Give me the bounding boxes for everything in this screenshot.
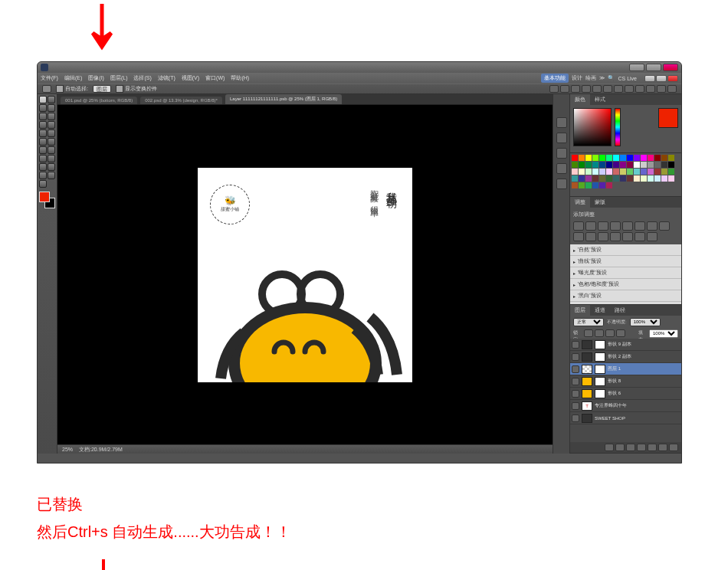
visibility-icon[interactable] xyxy=(572,341,579,349)
swatch[interactable] xyxy=(634,169,640,175)
align-icon[interactable] xyxy=(592,85,602,93)
swatch[interactable] xyxy=(641,175,647,182)
color-swatches[interactable] xyxy=(39,192,55,208)
swatch-tab[interactable]: 样式 xyxy=(590,94,610,105)
swatch[interactable] xyxy=(613,162,619,168)
menu-select[interactable]: 选择(S) xyxy=(133,74,151,82)
swatch[interactable] xyxy=(654,175,661,182)
show-transform-checkbox[interactable]: 显示变换控件 xyxy=(116,85,157,93)
selcolor-icon[interactable] xyxy=(647,232,657,241)
swatch[interactable] xyxy=(648,175,654,182)
swatch[interactable] xyxy=(613,169,619,175)
visibility-icon[interactable] xyxy=(572,414,579,422)
workspace-design[interactable]: 设计 xyxy=(572,74,582,82)
swatch[interactable] xyxy=(654,169,661,175)
swatch[interactable] xyxy=(661,162,667,168)
preset-row[interactable]: '黑白'预设 xyxy=(570,290,681,302)
layer-mask[interactable] xyxy=(595,389,605,398)
menu-view[interactable]: 视图(V) xyxy=(182,74,199,82)
menu-extras[interactable]: ≫ xyxy=(599,75,605,81)
swatch[interactable] xyxy=(599,175,605,182)
crop-tool[interactable] xyxy=(39,113,47,120)
preset-row[interactable]: '曲线'预设 xyxy=(570,256,681,267)
workspace-paint[interactable]: 绘画 xyxy=(585,74,596,82)
mixer-icon[interactable] xyxy=(585,232,596,241)
zoom-tool[interactable] xyxy=(39,180,47,188)
visibility-icon[interactable] xyxy=(572,353,579,361)
lock-pos-icon[interactable] xyxy=(605,329,615,337)
align-icon[interactable] xyxy=(549,85,559,93)
trash-icon[interactable] xyxy=(669,444,678,451)
swatch[interactable] xyxy=(620,155,626,161)
maximize-button[interactable] xyxy=(646,64,661,71)
search-icon[interactable]: 🔍 xyxy=(608,75,615,81)
swatch[interactable] xyxy=(585,175,592,182)
workspace-badge[interactable]: 基本功能 xyxy=(541,74,569,83)
swatch[interactable] xyxy=(661,169,667,175)
swatch[interactable] xyxy=(654,162,661,168)
lock-pixels-icon[interactable] xyxy=(595,329,604,337)
balance-icon[interactable] xyxy=(647,221,657,231)
layer-thumb[interactable] xyxy=(582,414,592,423)
lock-all-icon[interactable] xyxy=(616,329,625,337)
swatch[interactable] xyxy=(634,175,640,182)
swatch[interactable] xyxy=(572,162,578,168)
doc-tab[interactable]: 001.psd @ 25% (bottom, RGB/8) xyxy=(61,97,137,104)
swatch[interactable] xyxy=(592,162,598,168)
align-icon[interactable] xyxy=(571,85,580,93)
distribute-icon[interactable] xyxy=(614,85,623,93)
swatch[interactable] xyxy=(661,175,667,182)
swatch[interactable] xyxy=(668,155,674,161)
swatch[interactable] xyxy=(634,155,640,161)
swatch[interactable] xyxy=(641,169,647,175)
history-brush-tool[interactable] xyxy=(48,129,55,137)
gradient-tool[interactable] xyxy=(48,138,55,146)
swatch[interactable] xyxy=(613,175,619,182)
eraser-tool[interactable] xyxy=(39,138,47,146)
distribute-icon[interactable] xyxy=(635,85,644,93)
swatch[interactable] xyxy=(572,182,578,188)
hue-icon[interactable] xyxy=(635,221,645,231)
layer-row[interactable]: 形状 2 副本 xyxy=(570,351,681,363)
swatch[interactable] xyxy=(627,162,633,168)
paths-tab[interactable]: 路径 xyxy=(610,305,630,316)
adj-tab[interactable]: 调整 xyxy=(570,197,590,208)
layer-row[interactable]: 形状 6 xyxy=(570,388,681,400)
swatch[interactable] xyxy=(641,162,647,168)
minimize-button[interactable] xyxy=(629,64,644,71)
layers-tab[interactable]: 图层 xyxy=(570,305,590,316)
layer-thumb[interactable] xyxy=(582,389,592,398)
channels-tab[interactable]: 通道 xyxy=(590,305,610,316)
menu-file[interactable]: 文件(F) xyxy=(41,74,58,82)
adj-add-icon[interactable] xyxy=(637,444,646,451)
swatch[interactable] xyxy=(648,169,654,175)
win-max-icon[interactable] xyxy=(656,75,667,82)
swatch[interactable] xyxy=(579,175,585,182)
wand-tool[interactable] xyxy=(48,104,55,112)
gradmap-icon[interactable] xyxy=(635,232,645,241)
distribute-icon[interactable] xyxy=(667,85,677,93)
shape-tool[interactable] xyxy=(48,163,55,171)
swatch[interactable] xyxy=(585,169,592,175)
swatch[interactable] xyxy=(606,162,612,168)
swatch[interactable] xyxy=(592,155,598,161)
swatch[interactable] xyxy=(627,169,633,175)
swatch[interactable] xyxy=(579,162,585,168)
preset-row[interactable]: '曝光度'预设 xyxy=(570,267,681,279)
swatch[interactable] xyxy=(572,155,578,161)
path-tool[interactable] xyxy=(39,163,47,171)
eyedropper-tool[interactable] xyxy=(48,113,55,120)
distribute-icon[interactable] xyxy=(625,85,634,93)
menu-filter[interactable]: 滤镜(T) xyxy=(158,74,175,82)
blend-mode[interactable]: 正常 xyxy=(573,318,604,326)
brush-panel-icon[interactable] xyxy=(556,163,567,174)
swatch[interactable] xyxy=(585,155,592,161)
swatch[interactable] xyxy=(599,155,605,161)
swatch[interactable] xyxy=(606,175,612,182)
threshold-icon[interactable] xyxy=(622,232,633,241)
heal-tool[interactable] xyxy=(39,121,47,129)
clone-icon[interactable] xyxy=(556,179,567,189)
menu-window[interactable]: 窗口(W) xyxy=(205,74,225,82)
swatch[interactable] xyxy=(641,155,647,161)
dodge-tool[interactable] xyxy=(48,146,55,154)
